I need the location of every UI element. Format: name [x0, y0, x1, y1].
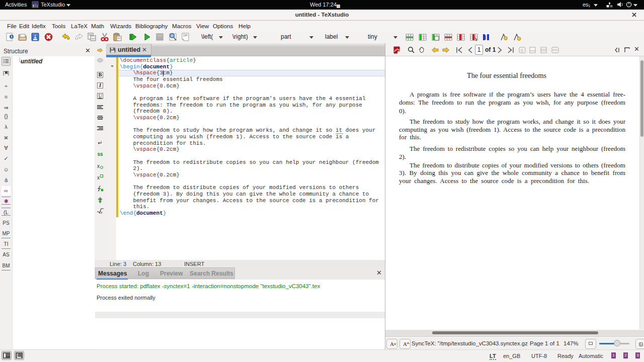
- svg-text:|: |: [485, 35, 487, 40]
- svg-text:x: x: [101, 211, 103, 214]
- svg-text:130: 130: [183, 34, 188, 37]
- svg-text:0: 0: [521, 48, 523, 53]
